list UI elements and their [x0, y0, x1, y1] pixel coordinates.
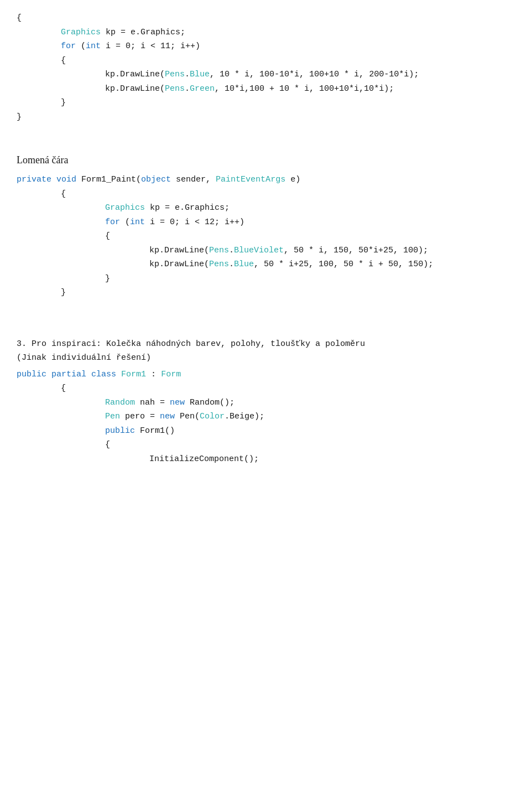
code-line: {	[17, 381, 514, 396]
code-line: {	[17, 54, 514, 68]
code-line: kp.DrawLine(Pens.Blue, 50 * i+25, 100, 5…	[17, 257, 514, 272]
code-line: }	[17, 96, 514, 110]
code-line: {	[17, 11, 514, 25]
code-line: }	[17, 272, 514, 286]
page-content: { Graphics kp = e.Graphics; for (int i =…	[17, 11, 514, 466]
code-section-3: public partial class Form1 : Form { Rand…	[17, 368, 514, 467]
code-line: Graphics kp = e.Graphics;	[17, 25, 514, 40]
code-line: public Form1()	[17, 424, 514, 438]
code-line: InitializeComponent();	[17, 452, 514, 467]
code-line: }	[17, 110, 514, 125]
code-line: {	[17, 229, 514, 244]
code-line: public partial class Form1 : Form	[17, 368, 514, 382]
code-section-1: { Graphics kp = e.Graphics; for (int i =…	[17, 11, 514, 124]
code-line: Random nah = new Random();	[17, 396, 514, 410]
code-line: private void Form1_Paint(object sender, …	[17, 173, 514, 187]
code-line: for (int i = 0; i < 11; i++)	[17, 39, 514, 54]
code-line: {	[17, 187, 514, 201]
code-line: Graphics kp = e.Graphics;	[17, 201, 514, 215]
code-line: kp.DrawLine(Pens.Blue, 10 * i, 100-10*i,…	[17, 68, 514, 82]
section-heading-lomene: Lomená čára	[17, 152, 514, 169]
section-prose-3: 3. Pro inspiraci: Kolečka náhodných bare…	[17, 337, 514, 365]
code-line: }	[17, 286, 514, 300]
code-line: Pen pero = new Pen(Color.Beige);	[17, 410, 514, 424]
code-line: kp.DrawLine(Pens.BlueViolet, 50 * i, 150…	[17, 244, 514, 258]
code-line: {	[17, 438, 514, 452]
code-line: kp.DrawLine(Pens.Green, 10*i,100 + 10 * …	[17, 82, 514, 96]
code-line: for (int i = 0; i < 12; i++)	[17, 215, 514, 230]
code-section-2: private void Form1_Paint(object sender, …	[17, 173, 514, 300]
